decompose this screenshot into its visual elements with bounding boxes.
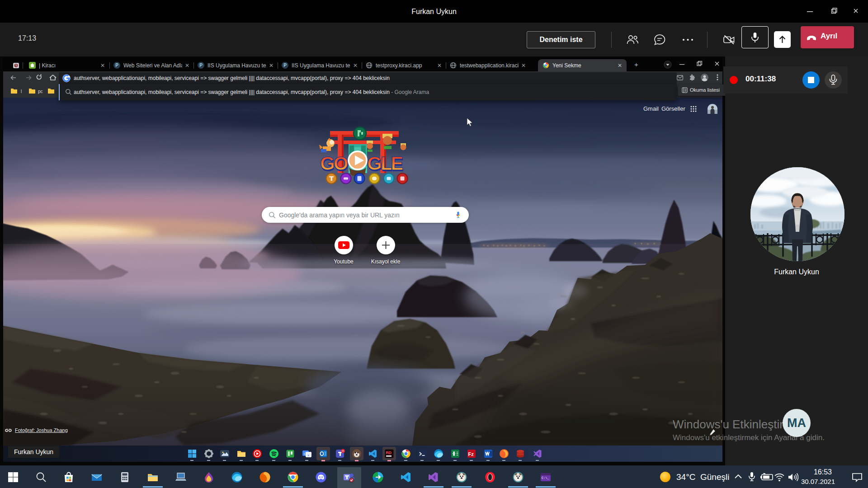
svg-text:P: P [199, 63, 203, 68]
svg-text:pc: pc [38, 89, 43, 94]
svg-text:l: l [21, 89, 22, 94]
svg-text:G: G [304, 452, 307, 456]
svg-text:RD: RD [386, 450, 392, 455]
svg-text:GLE: GLE [367, 153, 403, 174]
svg-text:P: P [283, 63, 287, 68]
svg-text:P: P [115, 63, 118, 68]
svg-text:GO: GO [320, 153, 348, 174]
svg-text:C:\_: C:\_ [542, 476, 550, 480]
svg-text:x: x [307, 453, 309, 457]
svg-text:Fz: Fz [468, 451, 474, 457]
